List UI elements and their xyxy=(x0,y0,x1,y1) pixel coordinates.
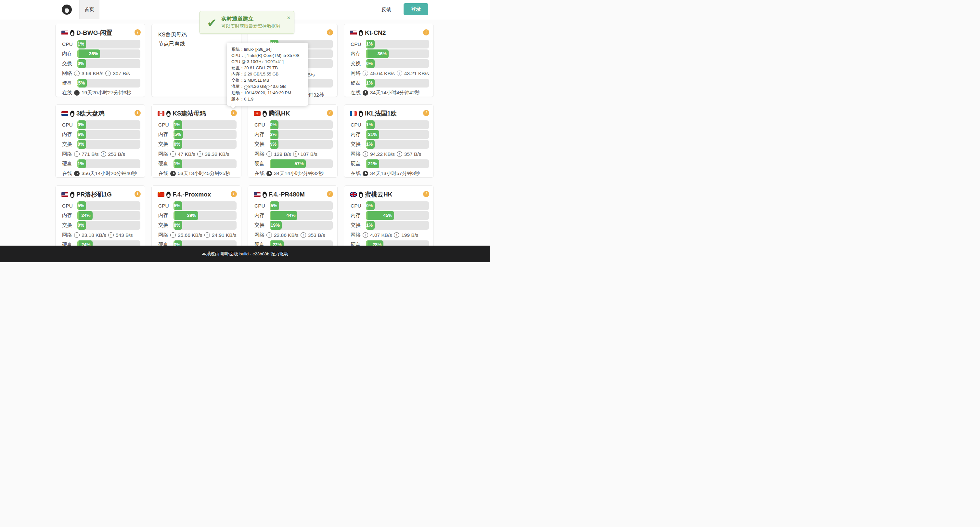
online-row: 在线34天14小时4分钟42秒 xyxy=(351,88,429,97)
stats-rows: CPU0%内存6%交换0%网络↓771 B/s↑253 B/s硬盘1%在线356… xyxy=(62,120,140,179)
mem-bar-fill: 3% xyxy=(270,130,278,139)
tab-home[interactable]: 首页 xyxy=(79,0,99,19)
cpu-bar-track: 5% xyxy=(173,201,237,210)
mem-label: 内存 xyxy=(351,131,366,138)
cpu-label: CPU xyxy=(158,203,173,209)
footer: 本系统由 哪吒面板 build · c23b88b 强力驱动 xyxy=(0,246,490,262)
disk-bar-track: 21% xyxy=(366,160,429,168)
info-icon[interactable]: i xyxy=(423,191,429,197)
mem-bar-value: 3% xyxy=(270,130,277,139)
tooltip-row-value: 20.81 GB/1.79 TB xyxy=(244,65,278,70)
card-header: 蜜桃云HK xyxy=(350,191,420,198)
info-icon[interactable]: i xyxy=(423,110,429,116)
upload-arrow-icon: ↑ xyxy=(108,232,114,238)
disk-bar-track: 15% xyxy=(77,79,140,88)
cpu-bar-value: 0% xyxy=(78,120,84,129)
info-icon[interactable]: i xyxy=(135,110,141,116)
info-icon[interactable]: i xyxy=(327,29,333,35)
cpu-row: CPU1% xyxy=(62,40,140,48)
card-header: IKL法国1欧 xyxy=(350,110,420,117)
net-label: 网络 xyxy=(62,151,72,157)
card-header: Kt-CN2 xyxy=(350,29,420,37)
cpu-bar-fill: 0% xyxy=(270,120,278,129)
disk-row: 硬盘1% xyxy=(62,160,140,168)
cpu-bar-track: 1% xyxy=(366,40,429,48)
tooltip-row-label: 流量： xyxy=(231,84,244,89)
mem-bar-fill: 36% xyxy=(366,50,389,58)
disk-bar-value: 21% xyxy=(368,160,377,168)
info-icon[interactable]: i xyxy=(423,29,429,35)
net-down-value: 94.22 KB/s xyxy=(370,151,395,157)
tooltip-row: 启动：10/14/2020, 11:49:29 PM xyxy=(231,90,304,96)
swap-label: 交换 xyxy=(62,60,77,67)
cpu-row: CPU0% xyxy=(351,201,429,210)
net-up-value: 353 B/s xyxy=(308,232,325,238)
clock-icon xyxy=(74,171,80,176)
info-icon[interactable]: i xyxy=(231,110,237,116)
info-icon[interactable]: i xyxy=(231,191,237,197)
cpu-bar-fill: 5% xyxy=(173,201,182,210)
disk-bar-track: 1% xyxy=(173,160,237,168)
cpu-row: CPU1% xyxy=(351,40,429,48)
tooltip-row: 版本：0.1.9 xyxy=(231,96,304,102)
swap-row: 交换0% xyxy=(62,59,140,68)
cpu-bar-track: 0% xyxy=(77,120,140,129)
cpu-row: CPU1% xyxy=(158,120,237,129)
server-card: 3欧大盘鸡iCPU0%内存6%交换0%网络↓771 B/s↑253 B/s硬盘1… xyxy=(55,104,145,177)
disk-bar-value: 11% xyxy=(364,79,373,88)
uptime-value: 53天13小时45分钟25秒 xyxy=(178,170,231,177)
swap-bar-track: 0% xyxy=(77,59,140,68)
disk-label: 硬盘 xyxy=(62,160,77,167)
tooltip-row-value: 0.1.9 xyxy=(244,97,253,102)
net-down-value: 4.07 KB/s xyxy=(370,232,392,238)
card-header: F.4.-PR480M xyxy=(254,191,324,198)
swap-row: 交换1% xyxy=(351,221,429,230)
linux-tux-icon xyxy=(70,30,75,36)
server-card: Kt-CN2iCPU1%内存36%交换0%网络↓45.64 KB/s↑43.21… xyxy=(344,24,434,97)
cpu-bar-fill: 0% xyxy=(366,201,375,210)
online-label: 在线 xyxy=(351,89,361,96)
swap-bar-fill: 0% xyxy=(173,140,182,149)
uptime-value: 34天13小时57分钟3秒 xyxy=(370,170,420,177)
nav-feedback-link[interactable]: 反馈 xyxy=(382,0,391,19)
mem-bar-fill: 15% xyxy=(173,130,183,139)
mem-label: 内存 xyxy=(158,131,173,138)
swap-bar-value: NaN% xyxy=(264,140,277,149)
server-name: 蜜桃云HK xyxy=(365,190,392,199)
card-header: KS建站母鸡 xyxy=(158,110,228,117)
net-up-value: 307 B/s xyxy=(113,70,130,77)
mem-bar-track: 44% xyxy=(270,211,333,220)
info-icon[interactable]: i xyxy=(135,191,141,197)
country-flag-icon-gb xyxy=(350,192,357,197)
info-icon[interactable]: i xyxy=(135,29,141,35)
swap-bar-track: 1% xyxy=(366,221,429,230)
disk-label: 硬盘 xyxy=(62,80,77,86)
cpu-label: CPU xyxy=(351,203,366,209)
site-logo-avatar[interactable] xyxy=(62,5,72,14)
card-header: 腾讯HK xyxy=(254,110,324,117)
cpu-bar-value: 0% xyxy=(270,120,277,129)
clock-icon xyxy=(266,171,272,176)
cpu-row: CPU1% xyxy=(351,120,429,129)
cpu-bar-value: 5% xyxy=(174,201,180,210)
mem-row: 内存3% xyxy=(255,130,333,139)
tooltip-row: 系统：linux- [x86_64] xyxy=(231,46,304,53)
info-icon[interactable]: i xyxy=(327,191,333,197)
login-button[interactable]: 登录 xyxy=(404,3,428,15)
net-row: 网络↓3.69 KB/s↑307 B/s xyxy=(62,69,140,78)
swap-bar-track: NaN% xyxy=(270,140,333,149)
net-up-value: 39.32 KB/s xyxy=(205,151,229,157)
mem-bar-value: 6% xyxy=(78,130,84,139)
tooltip-traffic-down: 84.26 GB xyxy=(248,84,266,89)
net-row: 网络↓23.18 KB/s↑543 B/s xyxy=(62,231,140,240)
swap-row: 交换0% xyxy=(62,221,140,230)
tooltip-row-value: linux- [x86_64] xyxy=(244,47,272,52)
toast-notification: ✔ 实时通道建立 可以实时获取最新监控数据啦 ✕ xyxy=(199,11,294,34)
success-check-icon: ✔ xyxy=(207,17,217,29)
net-label: 网络 xyxy=(158,151,168,157)
swap-label: 交换 xyxy=(62,222,77,229)
disk-row: 硬盘21% xyxy=(351,160,429,168)
cpu-bar-fill: 15% xyxy=(270,201,279,210)
info-icon[interactable]: i xyxy=(327,110,333,116)
toast-close-icon[interactable]: ✕ xyxy=(286,16,291,20)
